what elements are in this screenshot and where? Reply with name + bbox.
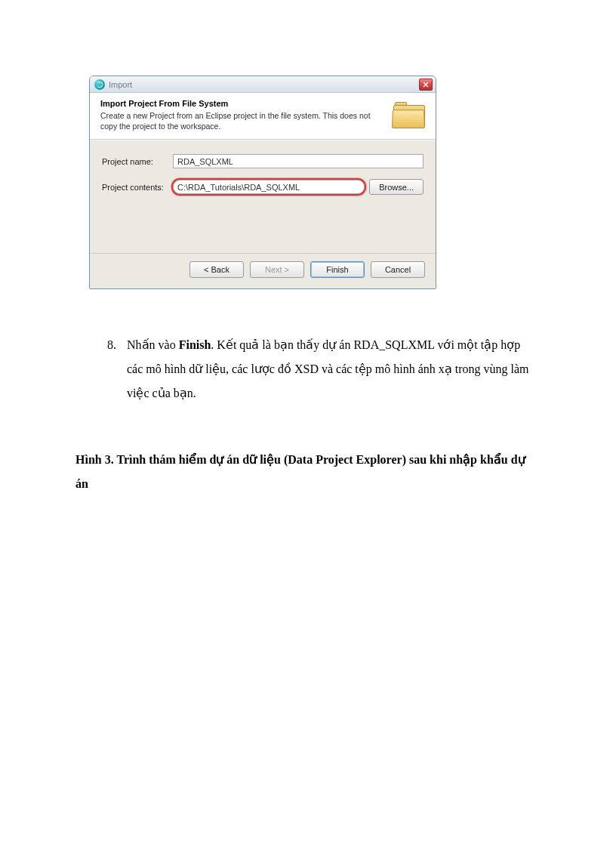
finish-button[interactable]: Finish	[310, 261, 365, 278]
dialog-button-bar: < Back Next > Finish Cancel	[90, 253, 436, 288]
dialog-titlebar: Import	[90, 76, 436, 93]
back-button[interactable]: < Back	[189, 261, 244, 278]
project-name-label: Project name:	[102, 157, 173, 166]
list-number: 8.	[107, 333, 127, 405]
list-item: 8. Nhấn vào Finish. Kết quả là bạn thấy …	[107, 333, 541, 405]
project-name-input[interactable]	[173, 154, 424, 168]
browse-button[interactable]: Browse...	[369, 179, 424, 195]
project-contents-label: Project contents:	[102, 183, 173, 192]
list-text-pre: Nhấn vào	[127, 338, 179, 351]
banner-title: Import Project From File System	[100, 99, 386, 108]
project-contents-input[interactable]	[173, 180, 365, 194]
close-icon[interactable]	[419, 79, 433, 91]
import-dialog: Import Import Project From File System C…	[89, 76, 436, 289]
window-title: Import	[109, 80, 132, 89]
list-text-bold: Finish	[179, 338, 211, 351]
cancel-button[interactable]: Cancel	[371, 261, 425, 278]
banner-description: Create a new Project from an Eclipse pro…	[100, 110, 386, 131]
dialog-form: Project name: Project contents: Browse..…	[90, 140, 436, 253]
app-icon	[94, 79, 105, 90]
document-body: 8. Nhấn vào Finish. Kết quả là bạn thấy …	[75, 333, 541, 405]
next-button: Next >	[250, 261, 304, 278]
list-body: Nhấn vào Finish. Kết quả là bạn thấy dự …	[127, 333, 541, 405]
dialog-banner: Import Project From File System Create a…	[90, 93, 436, 140]
folder-icon	[392, 100, 427, 129]
figure-caption: Hình 3. Trình thám hiểm dự án dữ liệu (D…	[75, 448, 541, 496]
